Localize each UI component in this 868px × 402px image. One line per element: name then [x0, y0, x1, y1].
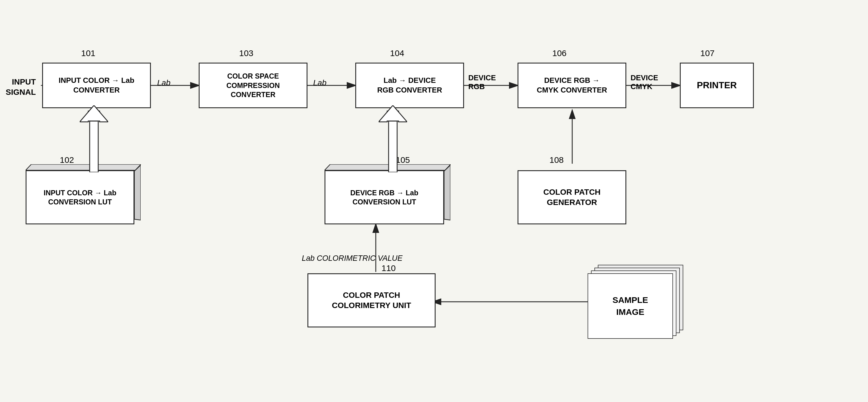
svg-marker-17	[444, 165, 451, 220]
label-107: 107	[700, 49, 715, 58]
svg-marker-21	[379, 105, 407, 122]
connector-lab-colorimetric: Lab COLORIMETRIC VALUE	[302, 254, 403, 263]
box-104: Lab → DEVICERGB CONVERTER	[355, 63, 464, 108]
box-107: PRINTER	[680, 63, 754, 108]
connector-lab-1: Lab	[157, 78, 170, 87]
label-103: 103	[239, 49, 253, 58]
label-106: 106	[552, 49, 566, 58]
label-104: 104	[390, 49, 404, 58]
box-108: COLOR PATCHGENERATOR	[518, 170, 626, 224]
connector-device-cmyk: DEVICECMYK	[630, 73, 658, 91]
svg-marker-19	[80, 105, 108, 122]
label-108: 108	[550, 155, 564, 165]
svg-rect-20	[389, 121, 397, 172]
label-110: 110	[381, 264, 396, 273]
arrow-105-to-104	[379, 105, 407, 172]
svg-rect-18	[90, 121, 98, 172]
label-102: 102	[60, 155, 74, 165]
diagram: INPUTSIGNAL 101 102 103 104 105 106 107 …	[0, 0, 868, 402]
arrow-102-to-101	[80, 105, 108, 172]
connector-device-rgb: DEVICERGB	[468, 73, 496, 91]
connector-lab-2: Lab	[313, 78, 327, 87]
box-110: COLOR PATCHCOLORIMETRY UNIT	[307, 273, 436, 328]
svg-marker-15	[134, 165, 141, 220]
box-103: COLOR SPACECOMPRESSIONCONVERTER	[199, 63, 307, 108]
box-106: DEVICE RGB →CMYK CONVERTER	[518, 63, 626, 108]
label-101: 101	[81, 49, 95, 58]
box-101: INPUT COLOR → LabCONVERTER	[42, 63, 151, 108]
input-signal-label: INPUTSIGNAL	[6, 77, 36, 98]
